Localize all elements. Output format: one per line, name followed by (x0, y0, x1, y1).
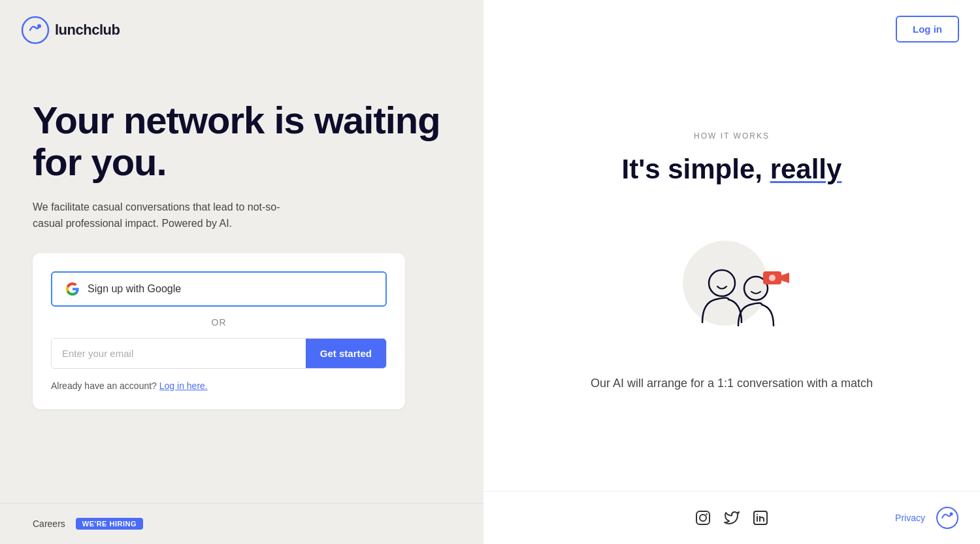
svg-point-15 (950, 513, 953, 516)
illustration (666, 218, 797, 348)
right-title-emphasis: really (770, 154, 842, 184)
google-signup-button[interactable]: Sign up with Google (51, 271, 387, 307)
twitter-icon[interactable] (724, 510, 740, 526)
left-header: lunchclub (0, 0, 483, 60)
right-panel: Log in HOW IT WORKS It's simple, really (483, 0, 980, 544)
signup-box: Sign up with Google OR Get started Alrea… (33, 253, 405, 409)
get-started-button[interactable]: Get started (306, 339, 386, 368)
logo-text: lunchclub (55, 22, 120, 39)
google-signup-label: Sign up with Google (88, 283, 181, 295)
social-icons (695, 510, 768, 526)
or-divider: OR (51, 317, 387, 328)
privacy-link[interactable]: Privacy (895, 513, 925, 523)
svg-point-2 (683, 241, 768, 326)
footer-logo-icon[interactable] (936, 506, 959, 530)
email-input-row: Get started (51, 338, 387, 369)
logo-icon (21, 16, 50, 44)
svg-marker-6 (781, 273, 789, 283)
login-here-link[interactable]: Log in here. (159, 381, 208, 391)
svg-point-14 (937, 507, 958, 528)
careers-link[interactable]: Careers (33, 518, 65, 529)
right-footer: Privacy (483, 491, 980, 544)
svg-point-10 (706, 513, 707, 515)
right-content: HOW IT WORKS It's simple, really (483, 58, 980, 491)
login-prompt-text: Already have an account? (51, 381, 157, 391)
left-content: Your network is waiting for you. We faci… (0, 60, 483, 503)
illustration-description: Our AI will arrange for a 1:1 conversati… (591, 375, 873, 392)
login-button[interactable]: Log in (896, 16, 959, 42)
footer-right-links: Privacy (768, 506, 959, 530)
logo[interactable]: lunchclub (21, 16, 120, 44)
people-illustration (666, 218, 797, 348)
svg-point-7 (769, 275, 776, 281)
svg-point-1 (37, 24, 41, 28)
right-title-main: It's simple, (622, 154, 770, 184)
we-hiring-badge: WE'RE HIRING (76, 518, 143, 530)
svg-point-13 (757, 514, 758, 515)
how-it-works-label: HOW IT WORKS (694, 131, 770, 141)
google-logo-icon (65, 282, 80, 296)
linkedin-icon[interactable] (753, 510, 768, 526)
right-header: Log in (483, 0, 980, 58)
svg-point-9 (700, 515, 706, 521)
instagram-icon[interactable] (695, 510, 711, 526)
left-footer: Careers WE'RE HIRING (0, 503, 483, 544)
hero-subtitle: We facilitate casual conversations that … (33, 199, 307, 232)
svg-point-0 (22, 17, 48, 43)
email-input[interactable] (52, 339, 306, 368)
left-panel: lunchclub Your network is waiting for yo… (0, 0, 483, 544)
login-prompt: Already have an account? Log in here. (51, 381, 387, 391)
right-title: It's simple, really (622, 154, 842, 185)
hero-title: Your network is waiting for you. (33, 99, 451, 183)
svg-rect-8 (696, 511, 710, 524)
